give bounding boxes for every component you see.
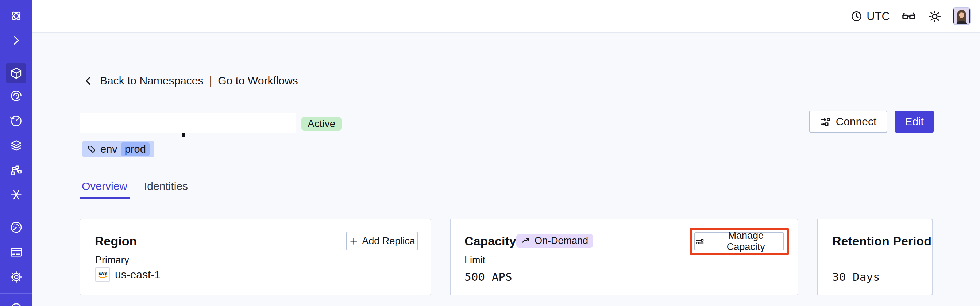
primary-label: Primary <box>95 254 129 266</box>
sidebar-item-layers-icon[interactable] <box>6 135 26 156</box>
theme-sun-icon[interactable] <box>928 10 942 23</box>
primary-region-row: aws us-east-1 <box>95 267 161 282</box>
connect-flow-icon <box>820 116 832 128</box>
breadcrumb-separator: | <box>209 75 212 87</box>
capacity-limit-value: 500 APS <box>465 269 512 284</box>
retention-card-title: Retention Period <box>832 233 931 249</box>
capacity-card: Capacity On-Demand Manage Capacity Limit… <box>450 219 798 295</box>
tag-value-chip: prod <box>121 142 150 156</box>
sidebar-item-retry-clock-icon[interactable] <box>6 110 26 131</box>
edit-button[interactable]: Edit <box>895 111 934 132</box>
plus-icon <box>349 236 359 246</box>
timezone-label: UTC <box>867 10 890 23</box>
red-annotation-box: Manage Capacity <box>690 228 789 255</box>
chevron-left-icon[interactable] <box>83 75 94 86</box>
namespace-tag: env prod <box>82 141 154 157</box>
timezone-selector[interactable]: UTC <box>851 10 890 23</box>
sidebar-item-asterisk-icon[interactable] <box>6 185 26 205</box>
tab-bar: Overview Identities <box>80 179 202 199</box>
namespace-title-redacted <box>80 113 296 133</box>
aws-logo-icon: aws <box>95 267 110 282</box>
tab-overview[interactable]: Overview <box>80 179 129 199</box>
header-actions: Connect Edit <box>809 111 934 132</box>
labs-glasses-icon[interactable] <box>901 9 916 24</box>
overview-cards: Region Add Replica Primary aws us-east-1… <box>80 219 932 295</box>
sliders-icon <box>695 237 705 247</box>
breadcrumb: Back to Namespaces | Go to Workflows <box>83 75 298 87</box>
namespace-title-descender <box>182 133 185 137</box>
sidebar-item-gear-icon[interactable] <box>6 266 26 287</box>
sidebar-item-circle-icon[interactable] <box>6 298 26 306</box>
expand-sidebar-chevron-right-icon[interactable] <box>6 30 26 50</box>
svg-text:aws: aws <box>98 271 107 276</box>
manage-capacity-button[interactable]: Manage Capacity <box>694 232 784 250</box>
sidebar-item-gauge-icon[interactable] <box>6 217 26 237</box>
retention-value: 30 Days <box>832 269 880 284</box>
add-replica-button[interactable]: Add Replica <box>346 231 418 250</box>
primary-region-value: us-east-1 <box>115 268 161 281</box>
limit-label: Limit <box>465 254 485 266</box>
on-demand-badge: On-Demand <box>516 234 593 247</box>
retention-card: Retention Period 30 Days <box>817 219 932 295</box>
clock-icon <box>851 10 862 22</box>
region-card: Region Add Replica Primary aws us-east-1 <box>80 219 431 295</box>
go-to-workflows-link[interactable]: Go to Workflows <box>218 75 298 87</box>
sidebar <box>0 0 32 306</box>
sidebar-item-credit-card-icon[interactable] <box>6 242 26 262</box>
sidebar-item-spiral-icon[interactable] <box>6 86 26 106</box>
tag-key: env <box>100 143 118 155</box>
user-avatar[interactable] <box>953 7 970 25</box>
capacity-card-title: Capacity <box>465 233 516 249</box>
sidebar-divider <box>0 293 32 294</box>
status-badge: Active <box>301 117 342 131</box>
region-card-title: Region <box>95 233 137 249</box>
tab-identities[interactable]: Identities <box>142 179 190 199</box>
back-to-namespaces-link[interactable]: Back to Namespaces <box>100 75 203 87</box>
sidebar-item-branch-icon[interactable] <box>6 159 26 180</box>
main-content: Back to Namespaces | Go to Workflows Act… <box>32 33 980 306</box>
tag-icon <box>87 144 97 154</box>
topbar: UTC <box>32 0 980 33</box>
trending-up-icon <box>521 236 531 246</box>
sidebar-item-namespaces-cube-icon[interactable] <box>6 63 26 83</box>
sidebar-divider <box>0 211 32 212</box>
connect-button[interactable]: Connect <box>809 111 887 132</box>
app-window: UTC Back to Namespaces | Go to Workflows… <box>0 0 980 306</box>
tab-divider-line <box>80 199 933 199</box>
temporal-logo-icon[interactable] <box>6 5 26 26</box>
